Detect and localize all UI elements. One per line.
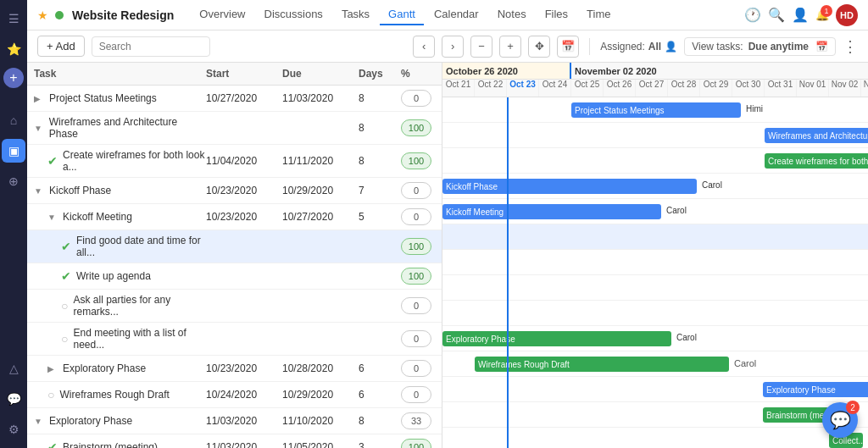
gantt-bar-exploratory-sub[interactable]: Exploratory Phase <box>442 331 671 346</box>
expand-icon[interactable]: ▶ <box>47 364 58 373</box>
tab-tasks[interactable]: Tasks <box>333 4 378 25</box>
task-label: Kickoff Meeting <box>63 211 132 223</box>
task-due: 10/27/2020 <box>282 211 359 223</box>
view-tasks-filter[interactable]: View tasks: Due anytime 📅 <box>684 37 836 56</box>
nav-menu-icon[interactable]: ☰ <box>2 7 25 30</box>
nav-add-button[interactable]: + <box>3 68 24 88</box>
tab-time[interactable]: Time <box>578 4 619 25</box>
gantt-bar-project-status[interactable]: Project Status Meetings <box>571 102 741 118</box>
table-row[interactable]: ○ End meeting with a list of need... 0 <box>27 323 442 356</box>
favorite-icon[interactable]: ★ <box>37 8 48 22</box>
task-label: Exploratory Phase <box>49 415 132 427</box>
task-days: 8 <box>359 122 401 134</box>
expand-icon[interactable]: ▼ <box>47 213 58 222</box>
gantt-bar-create-wireframes[interactable]: Create wireframes for both look and engi… <box>765 153 868 169</box>
chat-button[interactable]: 💬 2 <box>822 402 858 438</box>
options-menu-button[interactable]: ⋮ <box>843 37 858 56</box>
table-row[interactable]: ○ Wireframes Rough Draft 10/24/2020 10/2… <box>27 382 442 408</box>
table-row[interactable]: ▶ Exploratory Phase 10/23/2020 10/28/202… <box>27 356 442 382</box>
task-name: ○ Wireframes Rough Draft <box>47 388 206 401</box>
gantt-bar-brainstorm[interactable]: Brainstorm (meeting) <box>763 407 829 423</box>
nav-chat-icon[interactable]: 💬 <box>2 387 25 411</box>
table-row[interactable]: ▼ Exploratory Phase 11/03/2020 11/10/202… <box>27 408 442 434</box>
col-percent: % <box>401 68 435 80</box>
gantt-bar-exploratory-top[interactable]: Exploratory Phase <box>763 382 868 397</box>
gantt-zoom-out-button[interactable]: − <box>470 36 492 58</box>
day-oct29: Oct 29 <box>700 80 732 97</box>
notifications-bell[interactable]: 🔔 1 <box>815 8 829 21</box>
gantt-bar-rough-draft[interactable]: Wireframes Rough Draft <box>475 357 729 372</box>
col-days: Days <box>359 68 401 80</box>
task-percent: 100 <box>401 152 431 169</box>
nav-star-icon[interactable]: ⭐ <box>2 37 25 61</box>
task-name: ✔ Create wireframes for both look a... <box>47 149 206 173</box>
assigned-label: Assigned: <box>600 41 645 53</box>
tab-files[interactable]: Files <box>537 4 576 25</box>
expand-icon[interactable]: ▶ <box>34 94 44 103</box>
expand-icon[interactable]: ▼ <box>34 186 44 196</box>
task-label: Exploratory Phase <box>63 362 146 374</box>
task-name: ○ End meeting with a list of need... <box>61 327 206 351</box>
expand-icon[interactable]: ▼ <box>34 124 44 133</box>
task-name: ✔ Brainstorm (meeting) <box>47 440 206 448</box>
month-label-oct: October 26 2020 <box>442 63 571 79</box>
task-percent: 0 <box>401 297 431 314</box>
gantt-zoom-in-button[interactable]: + <box>499 36 521 58</box>
add-task-button[interactable]: + Add <box>37 36 85 57</box>
task-percent: 100 <box>401 268 431 285</box>
nav-alerts-icon[interactable]: △ <box>2 357 25 380</box>
task-start: 11/04/2020 <box>206 155 282 167</box>
task-label: Project Status Meetings <box>49 92 157 104</box>
nav-home-icon[interactable]: ⌂ <box>2 108 25 132</box>
tab-discussions[interactable]: Discussions <box>256 4 331 25</box>
task-label: Write up agenda <box>76 270 151 282</box>
gantt-prev-button[interactable]: ‹ <box>413 36 435 58</box>
task-start: 10/23/2020 <box>206 362 282 374</box>
assigned-filter[interactable]: Assigned: All 👤 <box>600 41 677 53</box>
gantt-bar-kickoff-meeting[interactable]: Kickoff Meeting <box>442 204 661 219</box>
user-avatar[interactable]: HD <box>836 4 858 26</box>
user-icon[interactable]: 👤 <box>792 7 809 23</box>
search-input[interactable] <box>92 36 210 57</box>
table-row[interactable]: ✔ Create wireframes for both look a... 1… <box>27 145 442 178</box>
table-row[interactable]: ✔ Find good date and time for all... 100 <box>27 230 442 263</box>
nav-globe-icon[interactable]: ⊕ <box>2 169 25 193</box>
tab-calendar[interactable]: Calendar <box>426 4 487 25</box>
table-row[interactable]: ▼ Wireframes and Architecture Phase 8 10… <box>27 112 442 145</box>
day-oct28: Oct 28 <box>668 80 700 97</box>
table-row[interactable]: ▶ Project Status Meetings 10/27/2020 11/… <box>27 86 442 112</box>
table-row[interactable]: ▼ Kickoff Meeting 10/23/2020 10/27/2020 … <box>27 204 442 230</box>
table-row[interactable]: ▼ Kickoff Phase 10/23/2020 10/29/2020 7 … <box>27 178 442 204</box>
task-start: 10/24/2020 <box>206 389 282 401</box>
task-name: ○ Ask all parties for any remarks... <box>61 294 206 318</box>
task-name: ▶ Project Status Meetings <box>34 92 206 104</box>
table-row[interactable]: ○ Ask all parties for any remarks... 0 <box>27 290 442 323</box>
task-due: 10/29/2020 <box>282 185 359 196</box>
gantt-bar-kickoff-phase[interactable]: Kickoff Phase <box>442 179 697 194</box>
tab-overview[interactable]: Overview <box>191 4 253 25</box>
done-icon: ✔ <box>61 240 71 253</box>
tab-notes[interactable]: Notes <box>489 4 535 25</box>
task-label: Create wireframes for both look a... <box>63 149 206 173</box>
gantt-move-button[interactable]: ✥ <box>528 36 550 58</box>
task-percent: 33 <box>401 412 431 429</box>
gantt-label-carol-3: Carol <box>676 333 697 342</box>
table-row[interactable]: ✔ Write up agenda 100 <box>27 263 442 290</box>
table-row[interactable]: ✔ Brainstorm (meeting) 11/03/2020 11/05/… <box>27 434 442 448</box>
gantt-bar-wireframes-phase[interactable]: Wireframes and Architecture Phase <box>765 128 868 143</box>
task-label: Wireframes and Architecture Phase <box>49 116 206 140</box>
tab-gantt[interactable]: Gantt <box>380 4 424 25</box>
expand-icon[interactable]: ▼ <box>34 417 44 426</box>
left-navigation: ☰ ⭐ + ⌂ ▣ ⊕ △ 💬 ⚙ <box>0 0 27 448</box>
nav-projects-icon[interactable]: ▣ <box>2 139 25 163</box>
nav-settings-icon[interactable]: ⚙ <box>2 418 25 441</box>
clock-icon[interactable]: 🕐 <box>744 7 761 23</box>
search-icon[interactable]: 🔍 <box>768 7 785 23</box>
gantt-calendar-button[interactable]: 📅 <box>557 36 579 58</box>
task-due: 10/29/2020 <box>282 389 359 401</box>
gantt-next-button[interactable]: › <box>442 36 464 58</box>
task-days: 6 <box>359 362 401 374</box>
task-percent: 0 <box>401 90 431 107</box>
day-oct23: Oct 23 <box>507 80 539 97</box>
project-status-dot <box>55 11 64 19</box>
